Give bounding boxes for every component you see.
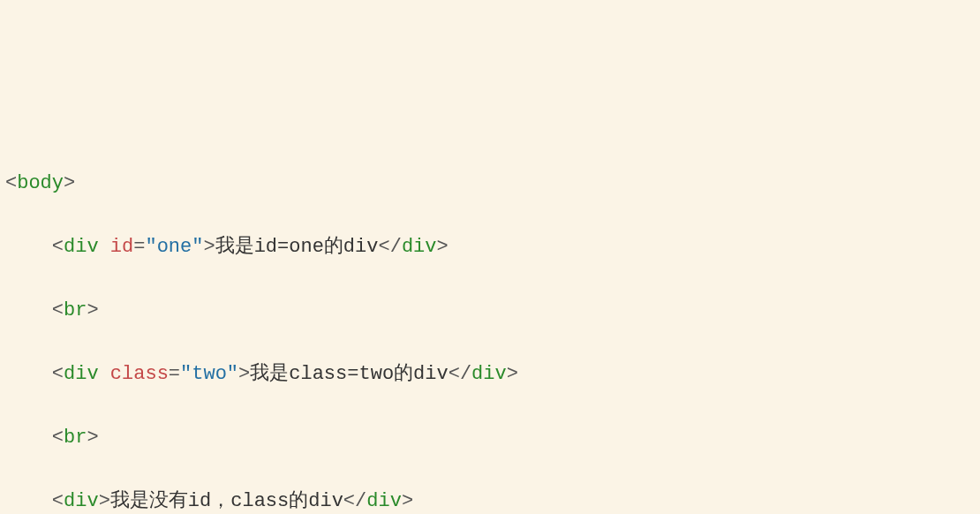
- code-line: <br>: [5, 422, 975, 454]
- code-line: <div>我是没有id，class的div</div>: [5, 486, 975, 514]
- text-content: 我是id=one的div: [215, 236, 379, 258]
- attr-class: class: [110, 363, 169, 385]
- tag-div: div: [64, 236, 99, 258]
- tag-br: br: [64, 427, 87, 449]
- attr-value: "two": [180, 363, 238, 385]
- attr-id: id: [110, 236, 133, 258]
- text-content: 我是class=two的div: [250, 363, 448, 385]
- code-line: <div id="one">我是id=one的div</div>: [5, 231, 975, 263]
- code-line: <div class="two">我是class=two的div</div>: [5, 359, 975, 390]
- tag-div: div: [64, 363, 99, 385]
- tag-br: br: [64, 299, 87, 321]
- text-content: 我是没有id，class的div: [110, 490, 343, 512]
- tag-body-open: body: [17, 172, 64, 194]
- tag-div: div: [64, 490, 99, 512]
- code-line: <br>: [5, 295, 975, 327]
- code-line: <body>: [5, 168, 975, 200]
- code-block: <body> <div id="one">我是id=one的div</div> …: [5, 136, 975, 514]
- attr-value: "one": [145, 236, 203, 258]
